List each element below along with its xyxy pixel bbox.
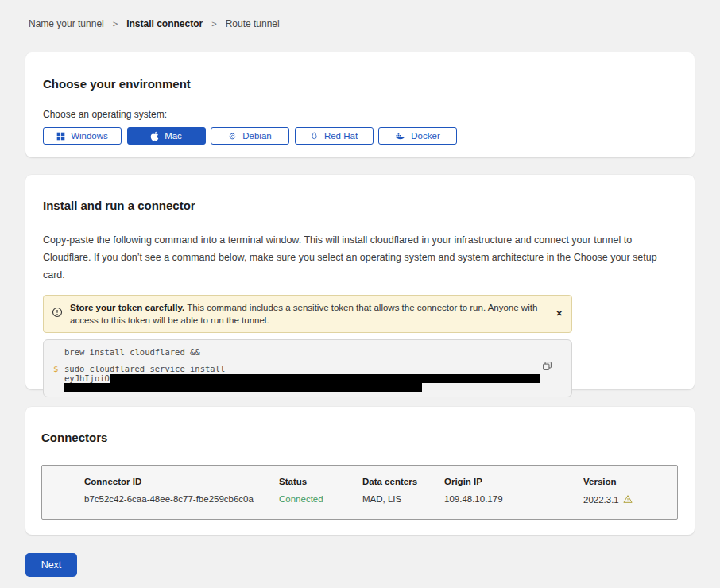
origin-ip-value: 109.48.10.179 bbox=[444, 494, 583, 505]
column-header-version: Version bbox=[583, 477, 677, 486]
windows-icon bbox=[56, 132, 65, 141]
connector-row: b7c52c42-6caa-48ee-8c77-fbe259cb6c0a Con… bbox=[84, 494, 677, 505]
breadcrumb-step-name-tunnel[interactable]: Name your tunnel bbox=[29, 18, 104, 29]
connectors-card: Connectors Connector ID Status Data cent… bbox=[25, 407, 695, 535]
breadcrumb-separator: > bbox=[113, 19, 118, 29]
column-header-data-centers: Data centers bbox=[362, 477, 444, 486]
os-button-debian[interactable]: Debian bbox=[211, 127, 289, 145]
version-value: 2022.3.1 bbox=[583, 495, 619, 505]
terminal-line-1: brew install cloudflared && bbox=[64, 347, 560, 357]
data-centers-value: MAD, LIS bbox=[362, 494, 444, 505]
os-button-label: Debian bbox=[242, 131, 271, 141]
breadcrumb-separator: > bbox=[211, 19, 216, 29]
docker-icon bbox=[395, 132, 405, 140]
info-icon bbox=[52, 307, 63, 321]
terminal-command-block: brew install cloudflared && $ sudo cloud… bbox=[43, 339, 572, 397]
connectors-card-title: Connectors bbox=[41, 431, 679, 444]
os-button-label: Red Hat bbox=[324, 131, 358, 141]
breadcrumb-step-install-connector[interactable]: Install connector bbox=[126, 18, 203, 29]
os-button-label: Mac bbox=[165, 131, 182, 141]
apple-icon bbox=[150, 131, 159, 141]
version-cell: 2022.3.1 bbox=[583, 494, 677, 505]
os-button-windows[interactable]: Windows bbox=[43, 127, 122, 145]
connectors-table-header: Connector ID Status Data centers Origin … bbox=[84, 477, 677, 486]
breadcrumb-step-route-tunnel[interactable]: Route tunnel bbox=[226, 18, 280, 29]
banner-text: Store your token carefully. This command… bbox=[70, 301, 544, 327]
install-card-title: Install and run a connector bbox=[43, 199, 677, 212]
terminal-line-2: sudo cloudflared service install bbox=[64, 364, 560, 373]
connector-id-value: b7c52c42-6caa-48ee-8c77-fbe259cb6c0a bbox=[84, 494, 279, 505]
os-button-label: Docker bbox=[411, 131, 439, 141]
close-icon[interactable]: ✕ bbox=[556, 310, 563, 318]
redacted-token-bar bbox=[64, 383, 422, 392]
os-button-docker[interactable]: Docker bbox=[378, 127, 457, 145]
prompt-symbol: $ bbox=[53, 364, 64, 373]
os-button-mac[interactable]: Mac bbox=[127, 127, 206, 145]
redhat-icon bbox=[310, 131, 319, 141]
token-prefix: eyJhIjoiO bbox=[64, 373, 110, 383]
redacted-token-bar bbox=[110, 374, 540, 383]
os-select-label: Choose an operating system: bbox=[43, 109, 677, 120]
banner-title: Store your token carefully. bbox=[70, 303, 184, 312]
os-button-redhat[interactable]: Red Hat bbox=[295, 127, 374, 145]
os-button-row: Windows Mac Debian bbox=[43, 127, 677, 145]
environment-card-title: Choose your environment bbox=[43, 77, 677, 91]
column-header-origin-ip: Origin IP bbox=[444, 477, 583, 486]
column-header-connector-id: Connector ID bbox=[84, 477, 279, 486]
connectors-table: Connector ID Status Data centers Origin … bbox=[41, 465, 678, 520]
debian-icon bbox=[228, 132, 237, 141]
environment-card: Choose your environment Choose an operat… bbox=[25, 52, 695, 157]
os-button-label: Windows bbox=[71, 131, 108, 141]
install-connector-card: Install and run a connector Copy-paste t… bbox=[25, 175, 695, 389]
copy-icon[interactable] bbox=[542, 361, 552, 373]
warning-triangle-icon bbox=[623, 494, 633, 505]
status-badge: Connected bbox=[279, 494, 362, 505]
column-header-status: Status bbox=[279, 477, 362, 486]
breadcrumb: Name your tunnel > Install connector > R… bbox=[29, 18, 280, 29]
token-warning-banner: Store your token carefully. This command… bbox=[43, 295, 572, 333]
install-description: Copy-paste the following command into a … bbox=[43, 231, 677, 284]
next-button[interactable]: Next bbox=[25, 553, 77, 577]
